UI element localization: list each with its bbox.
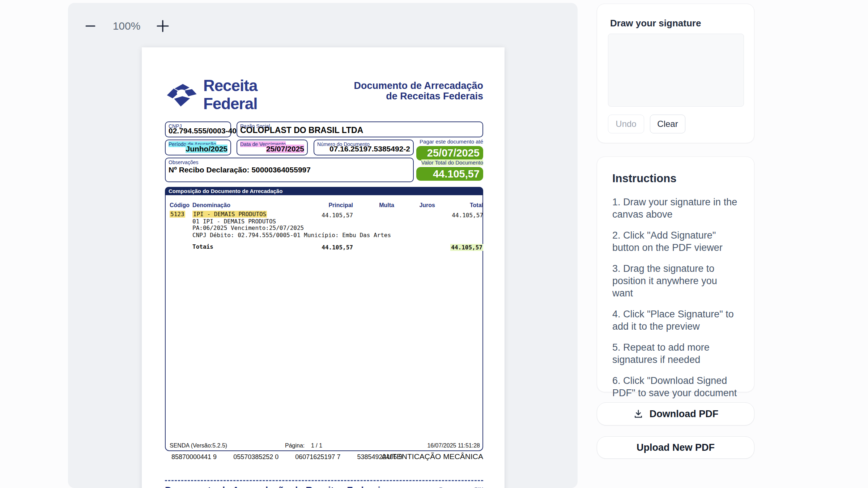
observacoes-field: Observações Nº Recibo Declaração: 500003… [165, 158, 414, 182]
barcode-group: 06071625197 7 [295, 453, 340, 461]
observacoes-value: Nº Recibo Declaração: 50000364055997 [169, 166, 311, 174]
footer-datetime: 16/07/2025 11:51:28 [427, 442, 480, 449]
pix-label: Pague com o PIX [439, 486, 483, 488]
row-denominacao: IPI - DEMAIS PRODUTOS [192, 211, 267, 218]
observacoes-label: Observações [169, 159, 198, 165]
zoom-out-button[interactable] [83, 18, 98, 34]
logo-wordmark: Receita Federal [203, 77, 302, 113]
row-detail-line: CNPJ Débito: 02.794.555/0005-01 Municípi… [192, 232, 391, 239]
zoom-in-button[interactable] [156, 18, 170, 34]
receita-federal-logo-icon [165, 78, 198, 111]
instruction-step: 5. Repeat to add more signatures if need… [612, 341, 740, 366]
periodo-apuracao-field: Período de Apuração Junho/2025 [165, 140, 231, 155]
col-header-denominacao: Denominação [192, 202, 230, 209]
minus-icon [84, 20, 97, 32]
col-header-juros: Juros [419, 202, 435, 209]
data-vencimento-value: 25/07/2025 [266, 145, 304, 153]
clear-button[interactable]: Clear [650, 115, 685, 133]
data-vencimento-field: Data de Vencimento 25/07/2025 [237, 140, 308, 155]
pagar-ate-label: Pagar este documento até [420, 138, 483, 145]
receita-federal-logo: Receita Federal [165, 77, 302, 112]
totais-principal: 44.105,57 [322, 244, 353, 251]
barcode-group: 05570385252 0 [233, 453, 278, 461]
row-detail-line: PA:06/2025 Vencimento:25/07/2025 [192, 224, 304, 231]
instructions-title: Instructions [612, 172, 676, 185]
document-title: Documento de Arrecadação de Receitas Fed… [354, 81, 483, 102]
row-detail-line: 01 IPI - DEMAIS PRODUTOS [192, 218, 276, 225]
totais-label: Totais [192, 243, 213, 250]
signature-card: Draw your signature Undo Clear [597, 4, 754, 143]
instruction-step: 1. Draw your signature in the canvas abo… [612, 196, 740, 221]
pdf-page: Receita Federal Documento de Arrecadação… [142, 47, 505, 488]
signature-canvas[interactable] [608, 34, 744, 107]
valor-total-value: 44.105,57 [416, 167, 483, 181]
upload-new-pdf-label: Upload New PDF [637, 442, 715, 453]
cnpj-value: 02.794.555/0003-40 [169, 127, 227, 135]
col-header-principal: Principal [328, 202, 353, 209]
periodo-apuracao-value: Junho/2025 [186, 145, 227, 153]
table-title-bar: Composição do Documento de Arrecadação [165, 187, 483, 195]
cnpj-field: CNPJ 02.794.555/0003-40 [165, 121, 231, 137]
numero-documento-value: 07.16.25197.5385492-2 [317, 145, 410, 153]
download-icon [633, 408, 644, 419]
instructions-list: 1. Draw your signature in the canvas abo… [612, 196, 740, 408]
instruction-step: 2. Click "Add Signature" button on the P… [612, 229, 740, 254]
zoom-level-label: 100% [111, 20, 142, 32]
plus-icon [156, 19, 170, 33]
col-header-multa: Multa [379, 202, 394, 209]
col-header-codigo: Código [170, 202, 190, 209]
footer-senda: SENDA (Versão:5.2.5) [170, 442, 227, 449]
download-pdf-button[interactable]: Download PDF [597, 402, 754, 425]
instruction-step: 3. Drag the signature to position it any… [612, 262, 740, 299]
autenticacao-mecanica-label: AUTENTICAÇÃO MECÂNICA [382, 452, 483, 461]
totais-total: 44.105,57 [450, 244, 483, 251]
row-total: 44.105,57 [452, 212, 483, 219]
download-pdf-label: Download PDF [650, 408, 719, 420]
next-section-title: Documento de Arrecadação de Receitas Fed… [165, 485, 386, 488]
footer-pagina-label: Página: [285, 442, 305, 449]
numero-documento-field: Número do Documento 07.16.25197.5385492-… [314, 140, 414, 155]
pagar-ate-value: 25/07/2025 [416, 146, 483, 160]
barcode-group: 85870000441 9 [171, 453, 217, 461]
signature-card-title: Draw your signature [610, 18, 701, 29]
razao-social-value: COLOPLAST DO BRASIL LTDA [240, 125, 480, 135]
instructions-card: Instructions 1. Draw your signature in t… [597, 157, 754, 392]
footer-pagina-value: 1 / 1 [311, 442, 322, 449]
row-codigo: 5123 [170, 211, 185, 218]
razao-social-field: Razão Social COLOPLAST DO BRASIL LTDA [237, 121, 483, 137]
zoom-toolbar: 100% [83, 17, 170, 35]
undo-button[interactable]: Undo [608, 115, 644, 133]
instruction-step: 4. Click "Place Signature" to add it to … [612, 308, 740, 333]
instruction-step: 6. Click "Download Signed PDF" to save y… [612, 374, 740, 399]
col-header-total: Total [470, 202, 483, 209]
barcode-numbers: 85870000441 9 05570385252 0 06071625197 … [171, 453, 403, 461]
valor-total-label: Valor Total do Documento [421, 159, 483, 166]
upload-new-pdf-button[interactable]: Upload New PDF [597, 436, 754, 459]
cut-line-separator [165, 480, 483, 481]
row-principal: 44.105,57 [322, 212, 353, 219]
